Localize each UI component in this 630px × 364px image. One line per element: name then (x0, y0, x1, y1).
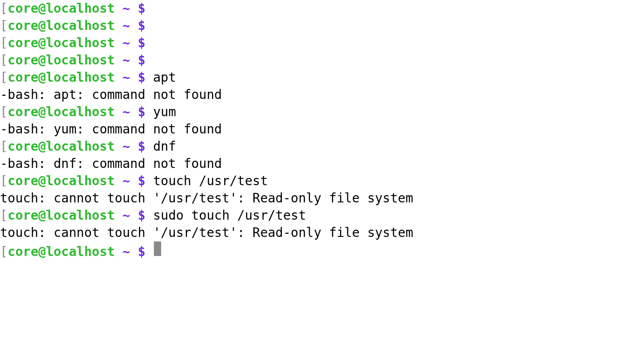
prompt-bracket: [ (0, 172, 8, 190)
prompt-bracket: [ (0, 17, 8, 34)
cursor (154, 241, 161, 256)
prompt-user-host: core@localhost (8, 0, 115, 17)
command-text: dnf (153, 138, 176, 155)
prompt-user-host: core@localhost (8, 103, 115, 121)
prompt-dollar: $ (138, 243, 145, 261)
prompt-user-host: core@localhost (8, 138, 115, 155)
prompt-tilde: ~ (123, 69, 130, 86)
prompt-tilde: ~ (123, 243, 130, 261)
prompt-tilde: ~ (123, 0, 130, 17)
output-line: -bash: apt: command not found (0, 86, 630, 103)
prompt-tilde: ~ (123, 103, 130, 121)
prompt-user-host: core@localhost (8, 34, 115, 52)
prompt-dollar: $ (138, 207, 145, 224)
prompt-dollar: $ (138, 52, 145, 69)
command-text: yum (153, 103, 176, 121)
command-text: apt (153, 69, 176, 86)
prompt-line: [core@localhost ~ $ (0, 52, 630, 69)
prompt-bracket: [ (0, 34, 8, 52)
prompt-dollar: $ (138, 172, 145, 190)
prompt-tilde: ~ (123, 138, 130, 155)
prompt-dollar: $ (138, 34, 145, 52)
prompt-bracket: [ (0, 207, 8, 224)
output-line: touch: cannot touch '/usr/test': Read-on… (0, 190, 630, 207)
prompt-tilde: ~ (123, 172, 130, 190)
prompt-tilde: ~ (123, 17, 130, 34)
prompt-line: [core@localhost ~ $ (0, 241, 630, 261)
prompt-line: [core@localhost ~ $ sudo touch /usr/test (0, 207, 630, 224)
prompt-line: [core@localhost ~ $ (0, 34, 630, 52)
prompt-tilde: ~ (123, 207, 130, 224)
prompt-dollar: $ (138, 138, 145, 155)
prompt-line: [core@localhost ~ $ (0, 17, 630, 34)
prompt-dollar: $ (138, 103, 145, 121)
prompt-line: [core@localhost ~ $ dnf (0, 138, 630, 155)
command-text: sudo touch /usr/test (153, 207, 306, 224)
prompt-tilde: ~ (123, 34, 130, 52)
prompt-bracket: [ (0, 138, 8, 155)
prompt-bracket: [ (0, 52, 8, 69)
prompt-user-host: core@localhost (8, 172, 115, 190)
prompt-bracket: [ (0, 0, 8, 17)
prompt-user-host: core@localhost (8, 17, 115, 34)
prompt-bracket: [ (0, 103, 8, 121)
prompt-tilde: ~ (123, 52, 130, 69)
prompt-user-host: core@localhost (8, 69, 115, 86)
prompt-dollar: $ (138, 0, 145, 17)
prompt-user-host: core@localhost (8, 207, 115, 224)
command-text: touch /usr/test (153, 172, 268, 190)
output-line: -bash: yum: command not found (0, 121, 630, 138)
prompt-bracket: [ (0, 69, 8, 86)
prompt-line: [core@localhost ~ $ yum (0, 103, 630, 121)
output-line: touch: cannot touch '/usr/test': Read-on… (0, 224, 630, 241)
prompt-line: [core@localhost ~ $ (0, 0, 630, 17)
prompt-line: [core@localhost ~ $ apt (0, 69, 630, 86)
prompt-bracket: [ (0, 243, 8, 261)
prompt-user-host: core@localhost (8, 243, 115, 261)
prompt-dollar: $ (138, 17, 145, 34)
terminal[interactable]: [core@localhost ~ $ [core@localhost ~ $ … (0, 0, 630, 261)
prompt-dollar: $ (138, 69, 145, 86)
output-line: -bash: dnf: command not found (0, 155, 630, 172)
prompt-user-host: core@localhost (8, 52, 115, 69)
prompt-line: [core@localhost ~ $ touch /usr/test (0, 172, 630, 190)
